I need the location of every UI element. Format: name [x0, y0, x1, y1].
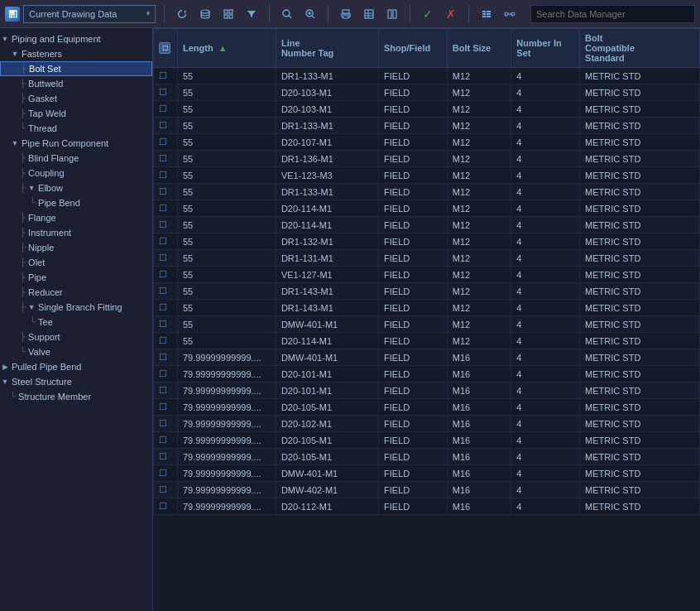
cell-check[interactable]: ☐: [154, 432, 178, 449]
cell-shopfield: FIELD: [379, 68, 448, 84]
col-header-numberinset[interactable]: Number InSet: [511, 29, 580, 68]
sidebar-item-tee[interactable]: └ Tee: [0, 315, 152, 330]
drawing-dropdown[interactable]: Current Drawing Data ▼: [23, 5, 156, 23]
sidebar-item-pipe[interactable]: ├ Pipe: [0, 270, 152, 285]
svg-point-5: [283, 10, 290, 17]
cell-check[interactable]: ☐: [154, 300, 178, 316]
cell-check[interactable]: ☐: [154, 267, 178, 283]
sidebar-item-pipebend[interactable]: └ Pipe Bend: [0, 195, 152, 210]
col-header-shopfield[interactable]: Shop/Field: [379, 29, 448, 68]
cell-check[interactable]: ☐: [154, 134, 178, 151]
sidebar-item-elbow[interactable]: ├ ▼ Elbow: [0, 180, 152, 195]
sidebar-item-pulledpipebend[interactable]: ▶ Pulled Pipe Bend: [0, 359, 152, 374]
cell-boltsize: M16: [447, 449, 511, 465]
cancel-button[interactable]: ✗: [442, 5, 460, 23]
cell-check[interactable]: ☐: [154, 217, 178, 233]
sidebar-item-steelstructure[interactable]: ▼ Steel Structure: [0, 374, 152, 389]
cell-shopfield: FIELD: [379, 498, 448, 515]
sidebar-item-coupling[interactable]: ├ Coupling: [0, 166, 152, 180]
sidebar-item-valve[interactable]: └ Valve: [0, 344, 152, 359]
sidebar-item-buttweld[interactable]: ├ Buttweld: [0, 76, 152, 91]
search-input[interactable]: [530, 5, 695, 23]
cell-linetag: DR1-132-M1: [276, 233, 378, 250]
sidebar-item-support[interactable]: ├ Support: [0, 330, 152, 344]
cell-check[interactable]: ☐: [154, 283, 178, 300]
col-header-boltsize[interactable]: Bolt Size: [447, 29, 511, 68]
cell-compatible: METRIC STD: [580, 200, 700, 217]
cell-check[interactable]: ☐: [154, 101, 178, 118]
sidebar-item-thread[interactable]: └ Thread: [0, 121, 152, 136]
sidebar-item-singlebranch[interactable]: ├ ▼ Single Branch Fitting: [0, 300, 152, 315]
cell-length: 55: [177, 283, 276, 300]
sidebar-item-tapweld[interactable]: ├ Tap Weld: [0, 106, 152, 121]
refresh-button[interactable]: [173, 5, 191, 23]
cell-compatible: METRIC STD: [580, 498, 700, 515]
cell-check[interactable]: ☐: [154, 366, 178, 382]
cell-check[interactable]: ☐: [154, 250, 178, 267]
cell-length: 55: [177, 233, 276, 250]
col-header-linetag[interactable]: LineNumber Tag: [276, 29, 378, 68]
search-button[interactable]: [278, 5, 296, 23]
table-button[interactable]: [360, 5, 378, 23]
cell-check[interactable]: ☐: [154, 399, 178, 416]
cell-check[interactable]: ☐: [154, 316, 178, 333]
cell-check[interactable]: ☐: [154, 333, 178, 349]
sidebar-item-reducer[interactable]: ├ Reducer: [0, 285, 152, 300]
check-button[interactable]: ✓: [419, 5, 437, 23]
print-button[interactable]: [337, 5, 355, 23]
filter-button[interactable]: [242, 5, 261, 23]
table-row: ☐ 55 DR1-143-M1 FIELD M12 4 METRIC STD: [154, 283, 700, 300]
sidebar-item-blindflange[interactable]: ├ Blind Flange: [0, 151, 152, 166]
cell-check[interactable]: ☐: [154, 482, 178, 498]
sidebar-item-gasket[interactable]: ├ Gasket: [0, 91, 152, 106]
sidebar-item-fasteners[interactable]: ▼ Fasteners: [0, 46, 152, 61]
col-header-numberinset-label: Number InSet: [516, 38, 561, 58]
cell-check[interactable]: ☐: [154, 498, 178, 515]
cell-check[interactable]: ☐: [154, 184, 178, 200]
cell-numberinset: 4: [511, 498, 580, 515]
cell-check[interactable]: ☐: [154, 465, 178, 482]
sidebar-item-flange[interactable]: ├ Flange: [0, 210, 152, 225]
svg-rect-22: [482, 16, 486, 17]
bars-button[interactable]: [477, 5, 496, 23]
col-header-compatible[interactable]: BoltCompatibleStandard: [580, 29, 700, 68]
table-header-row: ☐ Length ▲ LineNumber Tag Shop/Field: [154, 29, 700, 68]
col-header-boltsize-label: Bolt Size: [453, 43, 491, 53]
cell-length: 79.99999999999....: [177, 399, 276, 416]
cell-check[interactable]: ☐: [154, 167, 178, 184]
table-row: ☐ 55 D20-103-M1 FIELD M12 4 METRIC STD: [154, 101, 700, 118]
cell-check[interactable]: ☐: [154, 449, 178, 465]
sidebar-item-structuremember[interactable]: └ Structure Member: [0, 389, 152, 404]
database-button[interactable]: [196, 5, 214, 23]
cell-check[interactable]: ☐: [154, 84, 178, 101]
cell-compatible: METRIC STD: [580, 382, 700, 399]
cell-check[interactable]: ☐: [154, 200, 178, 217]
sidebar-item-olet[interactable]: ├ Olet: [0, 255, 152, 270]
columns-button[interactable]: [383, 5, 401, 23]
cell-compatible: METRIC STD: [580, 250, 700, 267]
grid-button[interactable]: [219, 5, 237, 23]
cell-boltsize: M12: [447, 233, 511, 250]
sidebar-item-boltset[interactable]: ├ Bolt Set: [0, 61, 152, 76]
col-header-compatible-label: BoltCompatibleStandard: [585, 33, 635, 63]
col-header-length[interactable]: Length ▲: [177, 29, 276, 68]
sidebar-item-piping[interactable]: ▼ Piping and Equipment: [0, 31, 152, 46]
cell-check[interactable]: ☐: [154, 233, 178, 250]
cell-check[interactable]: ☐: [154, 118, 178, 134]
connect-button[interactable]: [501, 5, 519, 23]
cell-numberinset: 4: [511, 217, 580, 233]
sidebar-item-nipple[interactable]: ├ Nipple: [0, 240, 152, 255]
sidebar-item-instrument[interactable]: ├ Instrument: [0, 225, 152, 240]
cell-check[interactable]: ☐: [154, 68, 178, 84]
cell-shopfield: FIELD: [379, 250, 448, 267]
sidebar-item-piperun[interactable]: ▼ Pipe Run Component: [0, 136, 152, 151]
cell-shopfield: FIELD: [379, 167, 448, 184]
cell-shopfield: FIELD: [379, 316, 448, 333]
data-table-wrapper[interactable]: ☐ Length ▲ LineNumber Tag Shop/Field: [153, 28, 700, 611]
cell-check[interactable]: ☐: [154, 382, 178, 399]
cell-check[interactable]: ☐: [154, 416, 178, 432]
zoom-button[interactable]: [301, 5, 319, 23]
cell-check[interactable]: ☐: [154, 151, 178, 167]
cell-length: 79.99999999999....: [177, 449, 276, 465]
cell-check[interactable]: ☐: [154, 349, 178, 366]
